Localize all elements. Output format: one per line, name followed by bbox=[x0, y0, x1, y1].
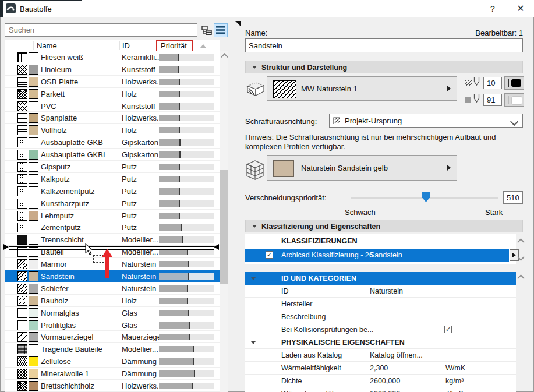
priority-bar-tick bbox=[179, 139, 181, 146]
background-pen-color-button[interactable] bbox=[504, 93, 524, 107]
property-row[interactable]: Wärmekapazität1000,000J/kgK bbox=[245, 387, 516, 392]
material-row[interactable]: LinoleumKunststoff bbox=[5, 63, 220, 76]
material-row[interactable]: KunstharzputzPutz bbox=[5, 197, 220, 210]
classification-row[interactable]: Archicad Klassifizierung - 26 Sandstein bbox=[245, 249, 509, 262]
property-label: Wärmekapazität bbox=[281, 390, 334, 392]
section-structure[interactable]: Struktur und Darstellung bbox=[245, 61, 523, 73]
property-row[interactable]: PHYSIKALISCHE EIGENSCHAFTEN bbox=[245, 336, 516, 349]
material-row[interactable]: OSB PlatteHolzwerks... bbox=[5, 76, 220, 88]
prop-scroll-up-icon[interactable] bbox=[518, 276, 524, 281]
property-checkbox[interactable] bbox=[444, 326, 452, 333]
material-name: Sandstein bbox=[41, 272, 75, 281]
material-pattern-icon bbox=[17, 344, 27, 354]
priority-value-input[interactable] bbox=[503, 191, 523, 204]
material-row[interactable]: Mineralwolle 1Dämmung bbox=[5, 368, 220, 380]
fill-pen-number-input[interactable] bbox=[483, 77, 502, 89]
material-pattern-icon bbox=[17, 65, 27, 75]
material-row[interactable]: BauholzHolz bbox=[5, 295, 220, 307]
material-name: Vollholz bbox=[41, 126, 67, 135]
background-pen-number-input[interactable] bbox=[483, 94, 502, 106]
material-id: Holz bbox=[122, 90, 137, 98]
material-row[interactable]: SchieferNaturstein bbox=[5, 282, 220, 295]
close-button[interactable]: ✕ bbox=[512, 2, 529, 16]
material-pattern-icon bbox=[17, 271, 27, 281]
material-row[interactable]: MarmorNaturstein bbox=[5, 258, 220, 270]
material-row[interactable]: KalkputzPutz bbox=[5, 173, 220, 185]
material-row[interactable]: SandsteinNaturstein bbox=[5, 270, 220, 282]
material-row[interactable]: KalkzementputzPutz bbox=[5, 185, 220, 197]
fill-pen-color-button[interactable] bbox=[504, 76, 524, 90]
material-row[interactable]: Ausbauplatte GKBIGipskarton bbox=[5, 149, 220, 161]
priority-slider-handle[interactable] bbox=[422, 192, 430, 202]
property-row[interactable]: Dichte2600,000kg/m³ bbox=[245, 375, 516, 387]
arrow-right-icon bbox=[512, 253, 516, 257]
class-scroll-down-icon[interactable] bbox=[518, 255, 524, 260]
search-input[interactable] bbox=[5, 23, 197, 37]
material-row[interactable]: SpanplatteHolzwerks... bbox=[5, 112, 220, 124]
property-row[interactable]: Wärmeleitfähigkeit2,300W/mK bbox=[245, 362, 516, 375]
properties-rows: ID UND KATEGORIENIDNatursteinHerstellerB… bbox=[245, 272, 516, 392]
material-row[interactable]: ZelluloseDämmung bbox=[5, 355, 220, 368]
material-row[interactable]: Ausbauplatte GKBGipskarton bbox=[5, 136, 220, 149]
material-name: Kalkputz bbox=[41, 175, 70, 183]
material-row[interactable]: TrennschichtModellier... bbox=[5, 234, 220, 246]
column-header-name[interactable]: Name bbox=[37, 41, 57, 50]
material-row[interactable]: Tragende BauteileModellier... bbox=[5, 343, 220, 355]
property-row[interactable]: Laden aus KatalogKatalog öffnen... bbox=[245, 349, 516, 362]
material-name-input[interactable] bbox=[245, 38, 523, 52]
section-classification[interactable]: Klassifizierung und Eigenschaften bbox=[245, 220, 523, 232]
materials-scrollbar-thumb[interactable] bbox=[220, 170, 228, 284]
surface-button[interactable]: Naturstein Sandstein gelb bbox=[267, 155, 457, 181]
material-pattern-icon bbox=[17, 320, 27, 330]
material-id: Modellier... bbox=[122, 345, 158, 354]
panel-splitter-handle[interactable] bbox=[235, 21, 241, 26]
cut-fill-button[interactable]: MW Naturstein 1 bbox=[267, 76, 457, 101]
help-button[interactable]: ? bbox=[485, 2, 501, 16]
material-name: Mineralwolle 1 bbox=[41, 369, 89, 378]
tree-view-button[interactable] bbox=[200, 23, 214, 37]
classification-checkbox[interactable] bbox=[266, 251, 273, 259]
material-row[interactable]: GipsputzPutz bbox=[5, 161, 220, 173]
hatch-orientation-dropdown[interactable]: Projekt-Ursprung bbox=[329, 114, 523, 128]
material-name: Zellulose bbox=[41, 357, 71, 366]
material-color-swatch bbox=[29, 332, 38, 342]
list-view-button[interactable] bbox=[214, 23, 228, 37]
property-group-header[interactable]: ID UND KATEGORIEN bbox=[245, 272, 516, 285]
property-row[interactable]: Hersteller bbox=[245, 298, 516, 310]
material-row[interactable]: Fliesen weißKeramikfli... bbox=[5, 51, 220, 63]
material-name: OSB Platte bbox=[41, 77, 78, 86]
material-row[interactable]: ZementputzPutz bbox=[5, 221, 220, 234]
material-row[interactable]: VollholzHolz bbox=[5, 124, 220, 136]
priority-bar bbox=[159, 370, 214, 377]
property-row[interactable]: Bei Kollisionsprüfungen be... bbox=[245, 323, 516, 336]
priority-bar bbox=[159, 176, 214, 182]
hatch-origin-icon bbox=[333, 116, 342, 127]
priority-bar bbox=[159, 346, 214, 352]
material-row[interactable]: BrettschichtholzHolzwerks... bbox=[5, 380, 220, 392]
classification-more-button[interactable] bbox=[510, 249, 519, 261]
class-scroll-up-icon[interactable] bbox=[518, 239, 524, 245]
material-pattern-icon bbox=[17, 259, 27, 269]
hint-text: Hinweis: Die Schraffurausrichtung ist nu… bbox=[245, 133, 514, 151]
red-arrow-annotation bbox=[105, 257, 109, 278]
property-row[interactable]: IDNaturstein bbox=[245, 285, 516, 298]
priority-bar-fill bbox=[159, 383, 193, 389]
priority-bar bbox=[159, 261, 214, 267]
material-row[interactable]: ParkettHolz bbox=[5, 88, 220, 100]
material-row[interactable]: ProfilitglasGlas bbox=[5, 319, 220, 331]
property-unit: J/kgK bbox=[445, 390, 464, 392]
material-name: Parkett bbox=[41, 90, 65, 98]
priority-bar-fill bbox=[159, 334, 189, 340]
material-row[interactable]: NormalglasGlas bbox=[5, 307, 220, 319]
material-row[interactable]: LehmputzPutz bbox=[5, 210, 220, 222]
property-row[interactable]: Beschreibung bbox=[245, 310, 516, 323]
material-row[interactable]: VormauerziegelMauerziegel bbox=[5, 331, 220, 343]
material-row[interactable]: PVCKunststoff bbox=[5, 100, 220, 112]
drop-target-arrow-left-icon bbox=[3, 244, 9, 250]
scroll-up-icon[interactable] bbox=[222, 54, 227, 59]
column-header-id[interactable]: ID bbox=[122, 41, 130, 50]
priority-bar-fill bbox=[159, 298, 188, 304]
material-name: Linoleum bbox=[41, 65, 72, 74]
sort-ascending-icon[interactable] bbox=[200, 44, 206, 48]
priority-bar-tick bbox=[193, 346, 194, 352]
